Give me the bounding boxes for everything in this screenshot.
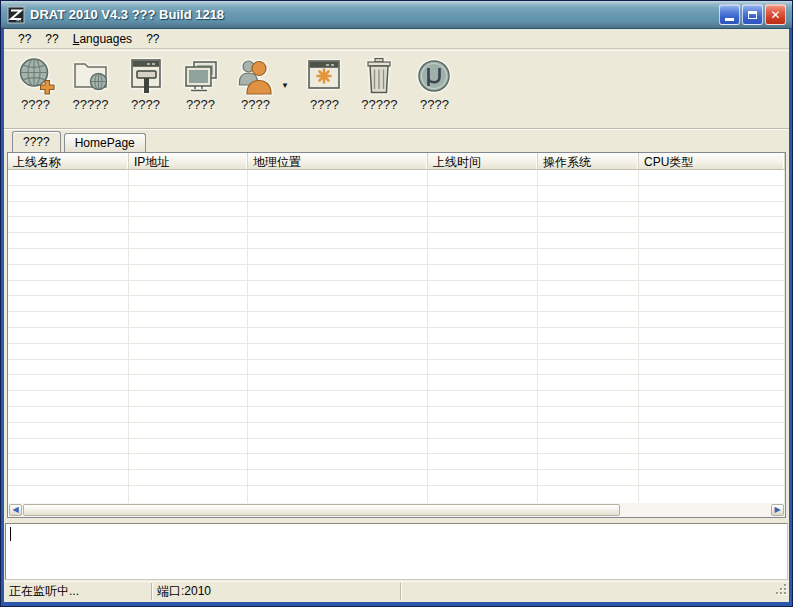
trash-icon [359, 55, 399, 97]
table-row[interactable] [8, 454, 785, 470]
table-row[interactable] [8, 281, 785, 297]
table-row[interactable] [8, 439, 785, 455]
window-controls: ✕ [719, 4, 786, 25]
table-row[interactable] [8, 470, 785, 486]
dropdown-arrow-icon[interactable]: ▼ [281, 81, 289, 90]
maximize-button[interactable] [742, 4, 763, 25]
minimize-icon [725, 18, 734, 21]
status-bar: 正在监听中...端口:2010 [4, 581, 789, 602]
table-row[interactable] [8, 360, 785, 376]
table-row[interactable] [8, 170, 785, 186]
toolbar-button-label: ???? [21, 97, 50, 112]
toolbar-button-2[interactable]: ????? [64, 55, 117, 112]
window-title: DRAT 2010 V4.3 ??? Build 1218 [30, 7, 719, 22]
column-grid-line [638, 170, 639, 503]
toolbar-button-label: ???? [186, 97, 215, 112]
column-grid-line [427, 170, 428, 503]
column-header-5[interactable]: 操作系统 [538, 153, 639, 169]
status-text: 正在监听中... [9, 583, 79, 600]
horizontal-scrollbar[interactable]: ◀ ▶ [8, 503, 785, 517]
app-window: AT DRAT 2010 V4.3 ??? Build 1218 ✕ ????L… [0, 0, 793, 607]
menu-item-3[interactable]: Languages [66, 30, 139, 48]
menu-item-4[interactable]: ?? [139, 30, 166, 48]
table-row[interactable] [8, 328, 785, 344]
toolbar-button-5[interactable]: ???? [229, 55, 282, 112]
window-hammer-icon [126, 55, 166, 97]
close-button[interactable]: ✕ [765, 4, 786, 25]
table-row[interactable] [8, 233, 785, 249]
table-row[interactable] [8, 217, 785, 233]
window-asterisk-icon [304, 55, 344, 97]
close-icon: ✕ [770, 9, 780, 21]
status-panel-1: 正在监听中... [4, 583, 152, 600]
table-row[interactable] [8, 375, 785, 391]
toolbar-button-label: ???? [420, 97, 449, 112]
tab-strip: ????HomePage [4, 128, 789, 152]
title-bar[interactable]: AT DRAT 2010 V4.3 ??? Build 1218 ✕ [1, 1, 792, 29]
table-row[interactable] [8, 407, 785, 423]
toolbar-button-8[interactable]: ???? [408, 55, 461, 112]
column-header-6[interactable]: CPU类型 [639, 153, 785, 169]
column-header-1[interactable]: 上线名称 [8, 153, 129, 169]
column-header-3[interactable]: 地理位置 [248, 153, 428, 169]
table-row[interactable] [8, 202, 785, 218]
tab-2[interactable]: HomePage [64, 133, 146, 152]
scroll-right-button[interactable]: ▶ [771, 504, 784, 516]
status-panel-3 [401, 583, 789, 600]
arrow-right-icon: ▶ [774, 506, 780, 514]
client-area: ????Languages?? ?????????????????????▼??… [4, 29, 789, 602]
toolbar-button-7[interactable]: ????? [353, 55, 406, 112]
list-header-row: 上线名称IP地址地理位置上线时间操作系统CPU类型 [8, 153, 785, 170]
status-text: 端口:2010 [157, 583, 211, 600]
text-caret [10, 527, 11, 541]
toolbar-button-label: ???? [310, 97, 339, 112]
users-icon [236, 55, 276, 97]
toolbar: ?????????????????????▼????????????? [4, 50, 789, 128]
list-body[interactable] [8, 170, 785, 503]
toolbar-button-label: ????? [361, 97, 397, 112]
arrow-left-icon: ◀ [12, 506, 18, 514]
table-row[interactable] [8, 265, 785, 281]
globe-add-icon [16, 55, 56, 97]
app-logo-icon: AT [7, 6, 25, 24]
toolbar-button-label: ????? [72, 97, 108, 112]
column-grid-line [784, 170, 785, 503]
status-panel-2: 端口:2010 [152, 583, 401, 600]
column-header-4[interactable]: 上线时间 [428, 153, 538, 169]
menu-item-2[interactable]: ?? [38, 30, 65, 48]
scroll-left-button[interactable]: ◀ [9, 504, 22, 516]
column-grid-line [537, 170, 538, 503]
monitors-icon [181, 55, 221, 97]
menu-item-1[interactable]: ?? [11, 30, 38, 48]
scrollbar-thumb[interactable] [23, 504, 620, 516]
toolbar-button-label: ???? [241, 97, 270, 112]
table-row[interactable] [8, 344, 785, 360]
toolbar-button-4[interactable]: ???? [174, 55, 227, 112]
column-grid-line [247, 170, 248, 503]
toolbar-button-3[interactable]: ???? [119, 55, 172, 112]
column-grid-line [128, 170, 129, 503]
table-row[interactable] [8, 312, 785, 328]
log-textarea[interactable] [5, 523, 788, 580]
client-list-view[interactable]: 上线名称IP地址地理位置上线时间操作系统CPU类型 ◀ ▶ [7, 152, 786, 518]
table-row[interactable] [8, 423, 785, 439]
table-row[interactable] [8, 249, 785, 265]
menu-bar: ????Languages?? [4, 29, 789, 49]
resize-grip-icon[interactable] [775, 583, 788, 599]
mu-icon [414, 55, 454, 97]
tab-1[interactable]: ???? [12, 131, 61, 152]
table-row[interactable] [8, 391, 785, 407]
window-globe-icon [71, 55, 111, 97]
minimize-button[interactable] [719, 4, 740, 25]
column-header-2[interactable]: IP地址 [129, 153, 248, 169]
svg-text:AT: AT [16, 17, 22, 22]
toolbar-button-label: ???? [131, 97, 160, 112]
toolbar-button-6[interactable]: ???? [298, 55, 351, 112]
maximize-icon [748, 11, 757, 19]
table-row[interactable] [8, 186, 785, 202]
table-row[interactable] [8, 296, 785, 312]
toolbar-button-1[interactable]: ???? [9, 55, 62, 112]
